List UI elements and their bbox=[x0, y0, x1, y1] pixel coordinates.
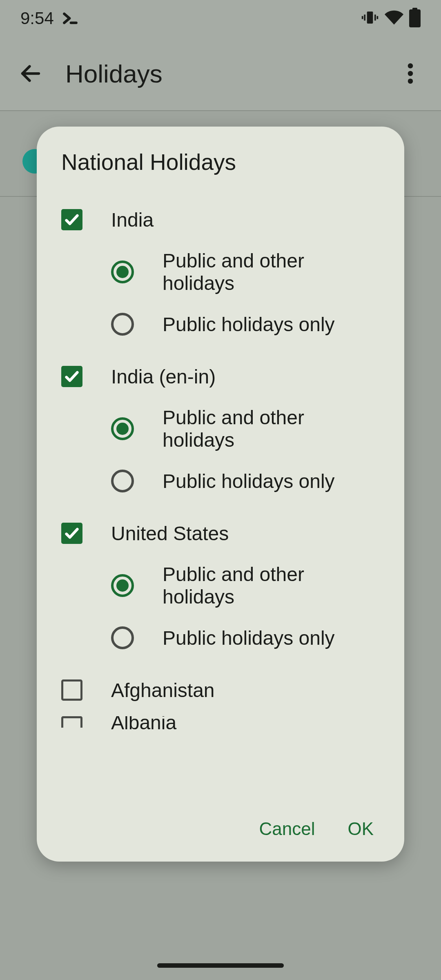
radio-row-public-other[interactable]: Public and other holidays bbox=[61, 559, 380, 612]
radio-label: Public and other holidays bbox=[163, 563, 380, 608]
radio-button[interactable] bbox=[111, 574, 134, 597]
radio-selected-icon bbox=[111, 417, 134, 440]
country-row-albania[interactable]: Albania bbox=[61, 716, 380, 737]
more-vert-icon bbox=[407, 63, 414, 84]
status-right bbox=[361, 8, 421, 29]
national-holidays-dialog: National Holidays India Public and other… bbox=[37, 127, 404, 862]
page-title: Holidays bbox=[65, 59, 376, 88]
svg-point-11 bbox=[408, 79, 413, 84]
radio-unselected-icon bbox=[111, 626, 134, 649]
country-row-india-en-in[interactable]: India (en-in) bbox=[61, 350, 380, 403]
vibrate-icon bbox=[361, 9, 379, 28]
svg-rect-5 bbox=[377, 16, 379, 19]
checkbox[interactable] bbox=[61, 679, 82, 701]
battery-icon bbox=[409, 8, 421, 29]
radio-button[interactable] bbox=[111, 626, 134, 649]
app-header: Holidays bbox=[0, 37, 441, 110]
checkbox[interactable] bbox=[61, 366, 82, 387]
country-row-india[interactable]: India bbox=[61, 194, 380, 246]
svg-rect-3 bbox=[374, 15, 376, 21]
status-bar: 9:54 bbox=[0, 0, 441, 37]
back-button[interactable] bbox=[16, 59, 45, 88]
overflow-menu-button[interactable] bbox=[396, 59, 425, 88]
checkbox-unchecked-icon[interactable] bbox=[61, 716, 82, 728]
svg-rect-4 bbox=[362, 16, 363, 19]
radio-label: Public and other holidays bbox=[163, 406, 380, 451]
country-row-afghanistan[interactable]: Afghanistan bbox=[61, 664, 380, 716]
radio-button[interactable] bbox=[111, 470, 134, 492]
svg-rect-2 bbox=[364, 15, 365, 21]
ok-button[interactable]: OK bbox=[347, 819, 374, 839]
nav-handle[interactable] bbox=[157, 963, 284, 968]
cancel-button[interactable]: Cancel bbox=[259, 819, 315, 839]
divider bbox=[0, 110, 441, 111]
check-icon bbox=[64, 212, 80, 228]
country-label: India (en-in) bbox=[111, 365, 216, 388]
radio-unselected-icon bbox=[111, 313, 134, 336]
checkbox-unchecked-icon bbox=[61, 679, 82, 701]
dialog-title: National Holidays bbox=[37, 127, 404, 194]
dialog-actions: Cancel OK bbox=[37, 800, 404, 862]
radio-unselected-icon bbox=[111, 470, 134, 492]
dialog-scroll-content[interactable]: India Public and other holidays Public h… bbox=[37, 194, 404, 800]
status-left: 9:54 bbox=[20, 9, 79, 28]
radio-row-public-only[interactable]: Public holidays only bbox=[61, 455, 380, 507]
checkbox-checked-icon bbox=[61, 366, 82, 387]
radio-button[interactable] bbox=[111, 417, 134, 440]
svg-point-9 bbox=[408, 63, 413, 69]
country-label: India bbox=[111, 209, 154, 231]
country-label: Albania bbox=[111, 716, 176, 733]
svg-rect-7 bbox=[409, 9, 421, 27]
svg-point-10 bbox=[408, 71, 413, 76]
country-row-united-states[interactable]: United States bbox=[61, 507, 380, 559]
status-time: 9:54 bbox=[20, 9, 54, 28]
country-label: Afghanistan bbox=[111, 679, 215, 702]
checkbox[interactable] bbox=[61, 523, 82, 544]
country-label: United States bbox=[111, 522, 229, 545]
radio-row-public-other[interactable]: Public and other holidays bbox=[61, 403, 380, 455]
check-icon bbox=[64, 525, 80, 541]
checkbox-checked-icon bbox=[61, 523, 82, 544]
check-icon bbox=[64, 368, 80, 385]
terminal-icon bbox=[61, 9, 79, 28]
radio-label: Public and other holidays bbox=[163, 249, 380, 294]
radio-label: Public holidays only bbox=[163, 470, 335, 492]
checkbox-checked-icon bbox=[61, 209, 82, 230]
radio-row-public-only[interactable]: Public holidays only bbox=[61, 298, 380, 350]
radio-label: Public holidays only bbox=[163, 627, 335, 649]
radio-row-public-other[interactable]: Public and other holidays bbox=[61, 246, 380, 298]
radio-selected-icon bbox=[111, 261, 134, 283]
svg-rect-1 bbox=[367, 11, 373, 23]
radio-selected-icon bbox=[111, 574, 134, 597]
radio-row-public-only[interactable]: Public holidays only bbox=[61, 612, 380, 664]
radio-button[interactable] bbox=[111, 261, 134, 283]
radio-label: Public holidays only bbox=[163, 313, 335, 336]
wifi-icon bbox=[385, 8, 403, 29]
radio-button[interactable] bbox=[111, 313, 134, 336]
arrow-left-icon bbox=[18, 61, 43, 86]
checkbox[interactable] bbox=[61, 209, 82, 230]
